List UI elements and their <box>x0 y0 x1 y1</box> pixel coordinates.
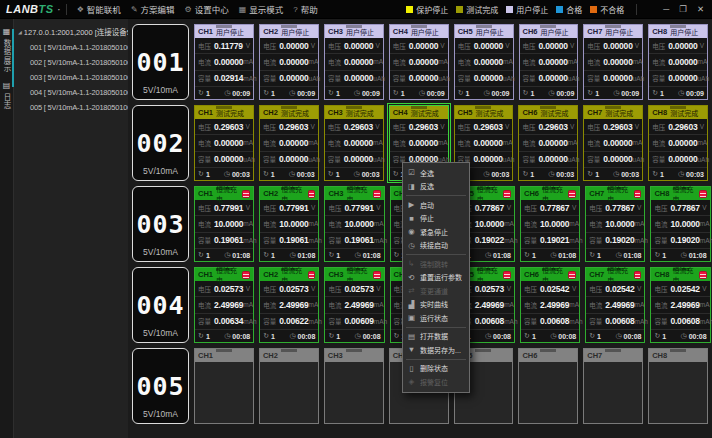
channel-card[interactable]: CH7 测试完成 电压 0.29603 V 电流 0.00000 mA 容量 0… <box>583 105 643 181</box>
tree-item-device-2[interactable]: 002 [ 5V/10mA-1.1-20180501002 ] <box>14 55 128 70</box>
channel-card-header[interactable]: CH7 <box>584 349 642 362</box>
tree-item-device-1[interactable]: 001 [ 5V/10mA-1.1-20180501001 ] <box>14 40 128 55</box>
channel-card[interactable]: CH3 ↻ ◷ <box>324 348 384 424</box>
menu-item-显示模式[interactable]: ▦显示模式 <box>234 0 289 18</box>
channel-card-header[interactable]: CH6 恒流充电 <box>521 268 579 281</box>
tree-root-node[interactable]: ◢ 127.0.0.1:2001,2000 [连接设备5 台] <box>14 19 128 40</box>
channel-card-header[interactable]: CH7 用户停止 <box>584 25 642 38</box>
context-menu-item-run-status[interactable]: ▣运行状态 <box>403 311 469 325</box>
channel-card[interactable]: CH7 恒流充电 电压 0.02542 V 电流 2.49969 mA 容量 0… <box>585 267 645 343</box>
device-tile[interactable]: 005 5V/10mA <box>132 348 189 424</box>
channel-card-header[interactable]: CH1 测试完成 <box>195 106 253 119</box>
channel-card[interactable]: CH7 ↻ ◷ <box>583 348 643 424</box>
maximize-button[interactable]: ❐ <box>679 4 687 14</box>
channel-card-header[interactable]: CH1 用户停止 <box>195 25 253 38</box>
channel-card-header[interactable]: CH2 恒流充电 <box>260 268 318 281</box>
context-menu-item-realtime-curve[interactable]: ▟实时曲线 <box>403 298 469 312</box>
channel-card[interactable]: CH8 测试完成 电压 0.29603 V 电流 0.00000 mA 容量 0… <box>648 105 708 181</box>
context-menu-item-open-data[interactable]: ▤打开数据 <box>403 330 469 344</box>
context-menu-item-resume-start[interactable]: ◷续接启动 <box>403 239 469 253</box>
channel-card-header[interactable]: CH8 测试完成 <box>649 106 707 119</box>
menu-item-设置中心[interactable]: ⚙设置中心 <box>180 0 234 18</box>
channel-card[interactable]: CH1 恒流充电 电压 0.02573 V 电流 2.49969 mA 容量 0… <box>194 267 254 343</box>
channel-card-header[interactable]: CH8 用户停止 <box>649 25 707 38</box>
channel-card[interactable]: CH6 恒流充电 电压 0.02542 V 电流 2.49969 mA 容量 0… <box>520 267 580 343</box>
channel-card-header[interactable]: CH5 用户停止 <box>455 25 513 38</box>
channel-card[interactable]: CH3 恒流充电 电压 0.02573 V 电流 2.49969 mA 容量 0… <box>324 267 384 343</box>
channel-card[interactable]: CH4 用户停止 电压 0.00000 V 电流 0.00000 mA 容量 0… <box>389 24 449 100</box>
channel-card[interactable]: CH8 恒流充电 电压 0.02542 V 电流 2.49969 mA 容量 0… <box>650 267 710 343</box>
channel-card-header[interactable]: CH8 恒流充电 <box>651 268 709 281</box>
menu-item-智能联机[interactable]: ❖智能联机 <box>72 0 126 18</box>
channel-card-header[interactable]: CH4 用户停止 <box>390 25 448 38</box>
channel-card-header[interactable]: CH6 恒流充电 <box>521 187 579 200</box>
close-button[interactable]: ✕ <box>697 4 704 14</box>
channel-card-header[interactable]: CH2 <box>260 349 318 362</box>
channel-card[interactable]: CH3 用户停止 电压 0.00000 V 电流 0.00000 mA 容量 0… <box>324 24 384 100</box>
menu-item-方案编辑[interactable]: ✎方案编辑 <box>126 0 180 18</box>
channel-card-header[interactable]: CH7 恒流充电 <box>586 187 644 200</box>
menu-item-帮助[interactable]: ?帮助 <box>288 0 322 18</box>
channel-card-header[interactable]: CH2 用户停止 <box>260 25 318 38</box>
tree-item-device-3[interactable]: 003 [ 5V/10mA-1.1-20180501003 ] <box>14 70 128 85</box>
tree-expand-icon[interactable]: ◢ <box>18 29 22 35</box>
channel-card[interactable]: CH5 用户停止 电压 0.00000 V 电流 0.00000 mA 容量 0… <box>454 24 514 100</box>
device-tile[interactable]: 004 5V/10mA <box>132 267 189 343</box>
channel-card[interactable]: CH8 ↻ ◷ <box>648 348 708 424</box>
channel-card[interactable]: CH1 用户停止 电压 0.11779 V 电流 0.00000 mA 容量 0… <box>194 24 254 100</box>
channel-card[interactable]: CH6 ↻ ◷ <box>518 348 578 424</box>
context-menu-item-stop[interactable]: ■停止 <box>403 212 469 226</box>
tree-item-device-4[interactable]: 004 [ 5V/10mA-1.1-20180501004 ] <box>14 85 128 100</box>
channel-card[interactable]: CH1 测试完成 电压 0.29603 V 电流 0.00000 mA 容量 0… <box>194 105 254 181</box>
channel-card-header[interactable]: CH5 测试完成 <box>455 106 513 119</box>
context-menu-item-emergency-stop[interactable]: ◉紧急停止 <box>403 225 469 239</box>
channel-card-header[interactable]: CH3 恒流充电 <box>325 268 383 281</box>
channel-card[interactable]: CH6 测试完成 电压 0.29603 V 电流 0.00000 mA 容量 0… <box>518 105 578 181</box>
channel-card[interactable]: CH2 恒流充电 电压 0.02573 V 电流 2.49969 mA 容量 0… <box>259 267 319 343</box>
channel-card[interactable]: CH8 用户停止 电压 0.00000 V 电流 0.00000 mA 容量 0… <box>648 24 708 100</box>
channel-card[interactable]: CH2 恒流充电 电压 0.77991 V 电流 10.0000 mA 容量 0… <box>259 186 319 262</box>
channel-card-header[interactable]: CH4 测试完成 <box>390 106 448 119</box>
channel-card[interactable]: CH3 恒流充电 电压 0.77991 V 电流 10.0000 mA 容量 0… <box>324 186 384 262</box>
elapsed-time: 00:09 <box>427 90 445 97</box>
channel-card[interactable]: CH7 恒流充电 电压 0.77867 V 电流 10.0000 mA 容量 0… <box>585 186 645 262</box>
channel-card-header[interactable]: CH1 <box>195 349 253 362</box>
channel-card[interactable]: CH8 恒流充电 电压 0.77867 V 电流 10.0000 mA 容量 0… <box>650 186 710 262</box>
context-menu-item-invert-selection[interactable]: ◨反选 <box>403 180 469 194</box>
context-menu-item-start[interactable]: ▶启动 <box>403 198 469 212</box>
capacity-unit: mAh <box>374 318 387 325</box>
channel-card-header[interactable]: CH6 测试完成 <box>519 106 577 119</box>
device-tile[interactable]: 001 5V/10mA <box>132 24 189 100</box>
context-menu-item-select-all[interactable]: ☑全选 <box>403 166 469 180</box>
channel-card-header[interactable]: CH6 用户停止 <box>520 25 578 38</box>
channel-card-header[interactable]: CH2 恒流充电 <box>260 187 318 200</box>
channel-card[interactable]: CH1 恒流充电 电压 0.77991 V 电流 10.0000 mA 容量 0… <box>194 186 254 262</box>
device-tile[interactable]: 003 5V/10mA <box>132 186 189 262</box>
channel-card-header[interactable]: CH8 恒流充电 <box>651 187 709 200</box>
channel-card-header[interactable]: CH7 恒流充电 <box>586 268 644 281</box>
channel-card[interactable]: CH7 用户停止 电压 0.00000 V 电流 0.00000 mA 容量 0… <box>583 24 643 100</box>
channel-card-header[interactable]: CH7 测试完成 <box>584 106 642 119</box>
channel-card[interactable]: CH6 用户停止 电压 0.00000 V 电流 0.00000 mA 容量 0… <box>519 24 579 100</box>
context-menu-item-save-data-as[interactable]: ▼数据另存为... <box>403 343 469 357</box>
channel-card[interactable]: CH2 用户停止 电压 0.00000 V 电流 0.00000 mA 容量 0… <box>259 24 319 100</box>
channel-card[interactable]: CH3 测试完成 电压 0.29603 V 电流 0.00000 mA 容量 0… <box>324 105 384 181</box>
minimize-button[interactable]: ─ <box>663 4 669 14</box>
channel-card[interactable]: CH2 测试完成 电压 0.29603 V 电流 0.00000 mA 容量 0… <box>259 105 319 181</box>
channel-card-header[interactable]: CH2 测试完成 <box>260 106 318 119</box>
tree-item-device-5[interactable]: 005 [ 5V/10mA-1.1-20180501005 ] <box>14 100 128 115</box>
channel-card-header[interactable]: CH3 恒流充电 <box>325 187 383 200</box>
channel-card[interactable]: CH6 恒流充电 电压 0.77867 V 电流 10.0000 mA 容量 0… <box>520 186 580 262</box>
device-tile[interactable]: 002 5V/10mA <box>132 105 189 181</box>
channel-card-header[interactable]: CH6 <box>519 349 577 362</box>
channel-card-header[interactable]: CH3 用户停止 <box>325 25 383 38</box>
channel-card-header[interactable]: CH1 恒流充电 <box>195 268 253 281</box>
channel-card-header[interactable]: CH1 恒流充电 <box>195 187 253 200</box>
context-menu-item-delete-status[interactable]: ▯删除状态 <box>403 362 469 376</box>
channel-card-header[interactable]: CH3 测试完成 <box>325 106 383 119</box>
channel-card[interactable]: CH2 ↻ ◷ <box>259 348 319 424</box>
context-menu-item-reset-run-params[interactable]: ⟲重置运行参数 <box>403 271 469 285</box>
channel-card-header[interactable]: CH3 <box>325 349 383 362</box>
channel-card[interactable]: CH1 ↻ ◷ <box>194 348 254 424</box>
channel-card-header[interactable]: CH8 <box>649 349 707 362</box>
